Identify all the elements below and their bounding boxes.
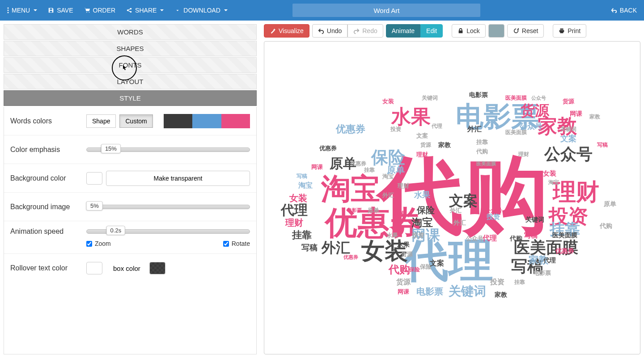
cloud-word[interactable]: 代购: [600, 223, 612, 229]
cloud-word[interactable]: 外汇: [322, 240, 350, 255]
rollover-text-color-swatch[interactable]: [86, 262, 102, 274]
cloud-word[interactable]: 挂靠: [476, 139, 488, 144]
download-button[interactable]: DOWNLOAD: [174, 7, 227, 14]
cloud-word[interactable]: 投资: [490, 278, 504, 286]
cloud-word[interactable]: 理财: [398, 182, 409, 188]
cloud-word[interactable]: 公众号: [531, 95, 546, 100]
wordart-canvas[interactable]: 代购代理优惠券淘宝电影票女装理财医美面膜水果投资家教公众号货源写稿保险挂靠网课外…: [264, 41, 640, 354]
color-emphasis-slider[interactable]: 15%: [86, 146, 250, 154]
cloud-word[interactable]: 淘宝: [411, 217, 433, 228]
cloud-word[interactable]: 保险: [409, 267, 420, 272]
cloud-word[interactable]: 写稿: [301, 244, 318, 252]
cloud-word[interactable]: 网课: [398, 289, 409, 295]
edit-button[interactable]: Edit: [420, 24, 443, 38]
cloud-word[interactable]: 电影票: [416, 287, 443, 296]
cloud-word[interactable]: 关键词: [422, 95, 438, 101]
cloud-word[interactable]: 文案: [430, 260, 444, 267]
tab-shapes[interactable]: SHAPES: [4, 41, 257, 56]
cloud-word[interactable]: 医美面膜: [552, 232, 577, 238]
cloud-word[interactable]: 医美面膜: [505, 130, 527, 135]
cloud-word[interactable]: 代购: [389, 264, 410, 275]
cloud-word[interactable]: 家教: [589, 114, 600, 119]
rollover-box-color-swatch[interactable]: [149, 262, 165, 274]
cloud-word[interactable]: 医美面膜: [505, 95, 527, 101]
rotate-checkbox[interactable]: Rotate: [223, 240, 250, 247]
custom-toggle[interactable]: Custom: [119, 114, 153, 128]
cloud-word[interactable]: 货源: [401, 251, 413, 257]
menu-button[interactable]: MENU: [7, 7, 37, 14]
cloud-word[interactable]: 网课: [570, 110, 582, 117]
cloud-word[interactable]: 女装: [394, 211, 405, 216]
cloud-word[interactable]: 代理: [281, 203, 308, 217]
cloud-word[interactable]: 代理: [432, 123, 442, 129]
cloud-word[interactable]: 外汇: [450, 207, 462, 213]
cloud-word[interactable]: 优惠券: [319, 145, 337, 151]
cloud-word[interactable]: 投资: [487, 213, 500, 220]
palette[interactable]: [164, 114, 250, 128]
back-button[interactable]: BACK: [611, 7, 637, 14]
cloud-word[interactable]: 挂靠: [292, 230, 312, 240]
cloud-word[interactable]: 家教: [495, 291, 507, 298]
cloud-word[interactable]: 优惠券: [336, 124, 365, 134]
cloud-word[interactable]: 网课: [311, 164, 323, 169]
cloud-word[interactable]: 公众号: [544, 146, 593, 162]
lock-button[interactable]: Lock: [452, 24, 486, 38]
animate-button[interactable]: Animate: [386, 24, 420, 38]
cloud-word[interactable]: 代理: [483, 235, 497, 242]
palette-swatch-1[interactable]: [164, 114, 192, 128]
cloud-word[interactable]: 外汇: [467, 126, 482, 133]
undo-button[interactable]: Undo: [312, 24, 347, 38]
zoom-checkbox[interactable]: Zoom: [86, 240, 111, 247]
cloud-word[interactable]: 代购: [476, 148, 488, 154]
print-button[interactable]: Print: [553, 24, 586, 38]
cloud-word[interactable]: 理财: [416, 151, 428, 157]
cloud-word[interactable]: 写稿: [524, 232, 538, 239]
cloud-word[interactable]: 关键词: [449, 285, 486, 298]
share-button[interactable]: SHARE: [126, 7, 164, 14]
cloud-word[interactable]: 理财: [285, 218, 303, 227]
palette-swatch-3[interactable]: [221, 114, 250, 128]
visualize-button[interactable]: Visualize: [264, 24, 309, 38]
cloud-word[interactable]: 外汇: [382, 192, 394, 198]
cloud-word[interactable]: 代购: [510, 235, 522, 241]
cloud-word[interactable]: 优惠券: [343, 255, 358, 260]
cloud-word[interactable]: 原单: [604, 201, 616, 207]
cloud-word[interactable]: 保险: [371, 149, 405, 166]
background-color-swatch[interactable]: [86, 172, 102, 185]
cloud-word[interactable]: 原单: [387, 165, 405, 174]
cloud-word[interactable]: 原单: [368, 207, 379, 213]
cloud-word[interactable]: 理财: [518, 152, 529, 157]
cloud-word[interactable]: 公众号: [520, 122, 542, 130]
make-transparent-button[interactable]: Make transparent: [106, 171, 250, 186]
animation-speed-slider[interactable]: 0.2s: [86, 227, 250, 236]
cloud-word[interactable]: 货源: [563, 98, 574, 104]
cloud-word[interactable]: 水果: [397, 241, 410, 248]
cloud-word[interactable]: 女装: [543, 169, 556, 176]
cloud-word[interactable]: 优惠券: [350, 161, 366, 166]
order-button[interactable]: ORDER: [84, 7, 116, 14]
cloud-word[interactable]: 水果: [391, 107, 431, 126]
shape-toggle[interactable]: Shape: [86, 114, 116, 128]
redo-button[interactable]: Redo: [347, 24, 383, 38]
cloud-word[interactable]: 医美面膜: [476, 161, 496, 166]
cloud-word[interactable]: 写稿: [597, 142, 608, 147]
cloud-word[interactable]: 公众号: [466, 236, 483, 241]
slider-handle[interactable]: 15%: [101, 144, 121, 153]
cloud-word[interactable]: 外汇: [453, 219, 466, 226]
reset-button[interactable]: Reset: [507, 24, 544, 38]
cloud-word[interactable]: 电影票: [469, 92, 488, 98]
cloud-word[interactable]: 家教: [438, 142, 451, 148]
slider-handle[interactable]: 0.2s: [106, 226, 126, 235]
cloud-word[interactable]: 挂靠: [364, 167, 375, 173]
cloud-word[interactable]: 文案: [560, 135, 576, 143]
cloud-word[interactable]: 理财: [553, 180, 599, 203]
cloud-word[interactable]: 淘宝: [298, 182, 313, 189]
canvas-bgcolor-swatch[interactable]: [488, 24, 504, 38]
tab-style[interactable]: STYLE: [4, 90, 257, 106]
cloud-word[interactable]: 关键词: [525, 216, 544, 223]
cloud-word[interactable]: 电影票: [534, 270, 551, 276]
cloud-word[interactable]: 货源: [396, 278, 411, 286]
cloud-word[interactable]: 淘宝: [548, 180, 559, 185]
cloud-word[interactable]: 保险: [417, 206, 435, 215]
tab-words[interactable]: WORDS: [4, 24, 257, 40]
